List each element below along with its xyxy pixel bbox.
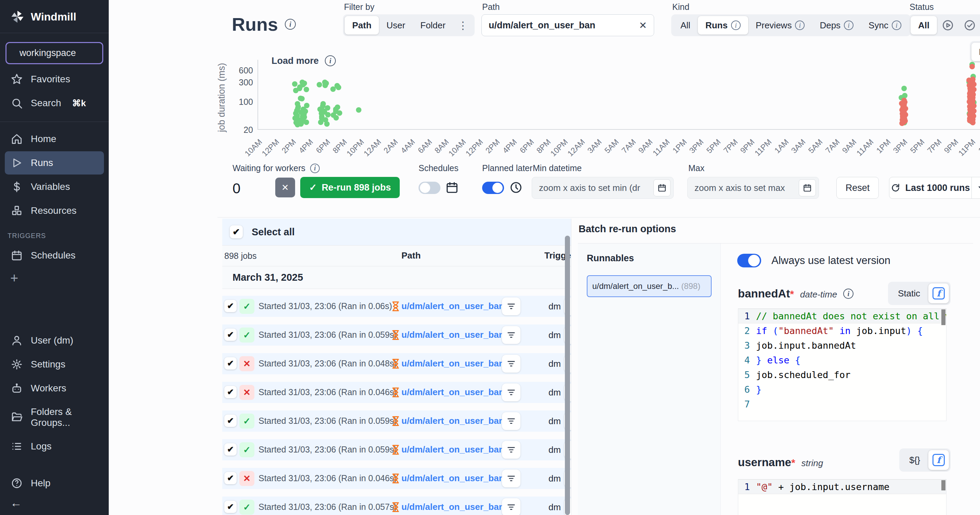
table-row[interactable]: ✔✓Started 31/03, 23:06 (Ran in 0.06s)u/d…: [222, 296, 571, 317]
failure-run-dot[interactable]: [899, 120, 905, 126]
success-run-dot[interactable]: [325, 112, 331, 117]
sidebar-item-settings[interactable]: Settings: [5, 353, 104, 376]
kind-runs[interactable]: Runsi: [698, 16, 748, 35]
sidebar-item-workers[interactable]: Workers: [5, 377, 104, 400]
table-row[interactable]: ✔✕Started 31/03, 23:06 (Ran in 0.046s)u/…: [222, 382, 571, 403]
javascript-mode-button[interactable]: f: [928, 450, 949, 470]
editor-scrollbar[interactable]: [941, 309, 945, 325]
select-all-checkbox[interactable]: ✔: [230, 225, 243, 238]
filter-by-path-button[interactable]: [502, 355, 520, 372]
max-datetime-input[interactable]: zoom x axis to set max: [694, 183, 799, 193]
success-run-dot[interactable]: [336, 85, 341, 90]
collapse-sidebar-button[interactable]: ←: [0, 496, 109, 513]
sidebar-item-help[interactable]: Help: [5, 472, 104, 495]
kind-sync[interactable]: Synci: [861, 16, 909, 35]
row-checkbox[interactable]: ✔: [224, 501, 237, 513]
filter-by-folder[interactable]: Folder: [413, 16, 453, 35]
table-row[interactable]: ✔✓Started 31/03, 23:06 (Ran in 0.059s)u/…: [222, 439, 571, 460]
workspace-switcher[interactable]: workingspace: [5, 42, 103, 64]
status-play-circle-icon[interactable]: [937, 16, 959, 35]
info-icon[interactable]: i: [843, 288, 853, 299]
run-path-link[interactable]: u/dm/alert_on_user_ban: [401, 301, 504, 311]
row-checkbox[interactable]: ✔: [224, 328, 237, 341]
failure-run-dot[interactable]: [969, 64, 975, 69]
table-row[interactable]: ✔✕Started 31/03, 23:06 (Ran in 0.046s)u/…: [222, 468, 571, 489]
success-run-dot[interactable]: [330, 86, 336, 92]
sidebar-item-favorites[interactable]: Favorites: [5, 68, 104, 91]
success-run-dot[interactable]: [318, 119, 323, 125]
failure-run-dot[interactable]: [970, 120, 975, 125]
table-row[interactable]: ✔✓Started 31/03, 23:06 (Ran in 0.059s)u/…: [222, 325, 571, 345]
view-duration[interactable]: Duration: [972, 43, 980, 61]
success-run-dot[interactable]: [333, 115, 339, 120]
success-run-dot[interactable]: [293, 88, 299, 93]
username-code-editor[interactable]: 1"@" + job.input.username: [738, 479, 947, 515]
cancel-selection-button[interactable]: ✕: [275, 177, 295, 197]
filter-by-path-button[interactable]: [502, 412, 520, 430]
min-datetime-input[interactable]: zoom x axis to set min (dr: [539, 183, 654, 193]
sidebar-item-variables[interactable]: Variables: [5, 175, 104, 198]
clear-path-icon[interactable]: ✕: [639, 20, 647, 31]
run-path-link[interactable]: u/dm/alert_on_user_ban: [401, 416, 504, 426]
kind-deps[interactable]: Depsi: [812, 16, 861, 35]
sidebar-item-runs[interactable]: Runs: [5, 151, 104, 174]
latest-version-toggle[interactable]: [737, 254, 761, 268]
run-path-link[interactable]: u/dm/alert_on_user_ban: [401, 387, 504, 398]
row-checkbox[interactable]: ✔: [224, 443, 237, 456]
row-checkbox[interactable]: ✔: [224, 415, 237, 427]
calendar-icon[interactable]: [654, 179, 671, 196]
planned-later-toggle[interactable]: [482, 182, 504, 194]
template-mode-button[interactable]: ${}: [901, 450, 928, 470]
run-path-link[interactable]: u/dm/alert_on_user_ban: [401, 502, 504, 512]
schedules-toggle[interactable]: [418, 182, 441, 194]
rerun-jobs-button[interactable]: ✓Re-run 898 jobs: [300, 177, 400, 198]
success-run-dot[interactable]: [337, 110, 342, 116]
editor-scrollbar[interactable]: [941, 480, 945, 490]
kind-all[interactable]: All: [673, 16, 698, 35]
success-run-dot[interactable]: [299, 96, 305, 101]
run-path-link[interactable]: u/dm/alert_on_user_ban: [401, 473, 504, 483]
success-run-dot[interactable]: [292, 81, 298, 87]
table-row[interactable]: ✔✓Started 31/03, 23:06 (Ran in 0.057s)u/…: [222, 496, 571, 515]
row-checkbox[interactable]: ✔: [224, 472, 237, 484]
sidebar-item-home[interactable]: Home: [5, 127, 104, 151]
success-run-dot[interactable]: [901, 86, 907, 91]
info-icon[interactable]: i: [310, 163, 320, 173]
row-checkbox[interactable]: ✔: [224, 357, 237, 369]
filter-by-path-button[interactable]: [502, 469, 520, 487]
filter-by-path-button[interactable]: [502, 383, 520, 401]
row-checkbox[interactable]: ✔: [224, 386, 237, 398]
run-path-link[interactable]: u/dm/alert_on_user_ban: [401, 358, 504, 369]
scatter-plot[interactable]: [258, 60, 980, 130]
calendar-icon[interactable]: [799, 179, 816, 196]
success-run-dot[interactable]: [323, 82, 328, 88]
filter-by-path-button[interactable]: [502, 326, 520, 344]
sidebar-item-folders-groups[interactable]: Folders & Groups...: [5, 401, 104, 434]
success-run-dot[interactable]: [295, 122, 300, 127]
kind-previews[interactable]: Previewsi: [748, 16, 812, 35]
run-path-link[interactable]: u/dm/alert_on_user_ban: [401, 444, 504, 455]
sidebar-item-logs[interactable]: Logs: [5, 435, 104, 458]
success-run-dot[interactable]: [304, 119, 309, 125]
filter-by-path-button[interactable]: [502, 498, 520, 515]
run-path-link[interactable]: u/dm/alert_on_user_ban: [401, 330, 504, 340]
status-check-circle-icon[interactable]: [959, 16, 980, 35]
success-run-dot[interactable]: [317, 82, 322, 87]
reset-button[interactable]: Reset: [836, 177, 879, 199]
bannedat-code-editor[interactable]: 1// bannedAt does not exist on all versi…: [738, 308, 947, 421]
sidebar-item-resources[interactable]: Resources: [5, 199, 104, 222]
javascript-mode-button[interactable]: f: [928, 284, 949, 303]
last-runs-dropdown-button[interactable]: [972, 177, 980, 198]
filter-by-path-button[interactable]: [502, 298, 520, 315]
sidebar-item-schedules[interactable]: Schedules: [5, 244, 104, 267]
runnable-item[interactable]: u/dm/alert_on_user_b... (898): [587, 275, 711, 297]
table-row[interactable]: ✔✓Started 31/03, 23:06 (Ran in 0.059s)u/…: [222, 410, 571, 432]
sidebar-item-user-dm[interactable]: User (dm): [5, 329, 104, 352]
table-row[interactable]: ✔✕Started 31/03, 23:06 (Ran in 0.048s)u/…: [222, 353, 571, 374]
success-run-dot[interactable]: [324, 121, 329, 127]
path-input[interactable]: [488, 20, 639, 31]
filter-by-path-button[interactable]: [502, 441, 520, 459]
info-icon[interactable]: i: [285, 19, 296, 30]
table-scrollbar[interactable]: [565, 236, 570, 515]
filter-by-path[interactable]: Path: [345, 16, 379, 35]
